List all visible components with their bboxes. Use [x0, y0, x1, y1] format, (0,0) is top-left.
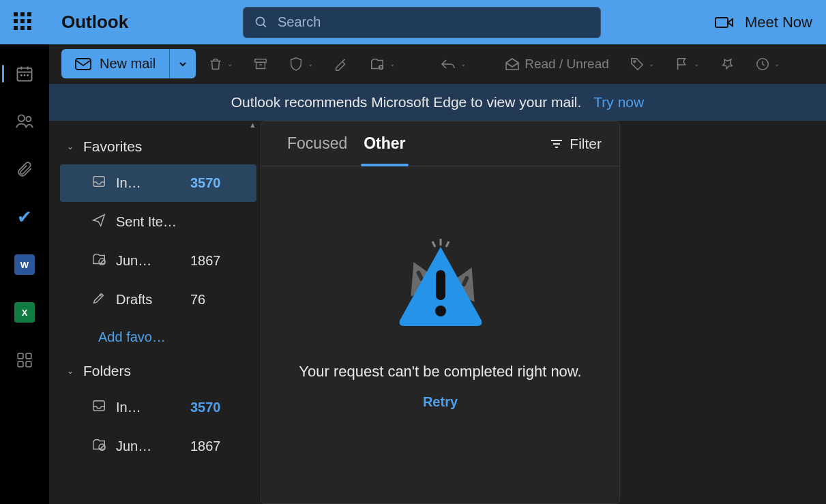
calendar-icon	[15, 64, 34, 83]
sweep-icon	[334, 57, 349, 72]
sweep-button[interactable]	[325, 51, 357, 77]
favorites-label: Favorites	[83, 138, 142, 155]
filter-label: Filter	[570, 136, 602, 152]
rail-mail[interactable]	[13, 62, 36, 85]
folder-count: 3570	[190, 175, 221, 191]
rail-files[interactable]	[13, 158, 36, 181]
rail-excel[interactable]: X	[13, 301, 36, 324]
app-launcher-icon[interactable]	[14, 12, 34, 33]
folder-name: In…	[116, 175, 181, 191]
folder-pane: ▲ ⌄ Favorites In… 3570 Sent Ite… Jun… 18…	[49, 121, 261, 504]
report-button[interactable]: ⌄	[280, 51, 321, 77]
folder-item-sent[interactable]: Sent Ite…	[60, 203, 256, 241]
trash-icon	[208, 57, 223, 72]
envelope-icon	[75, 58, 91, 70]
move-button[interactable]: ⌄	[361, 51, 403, 77]
folder-item-inbox[interactable]: In… 3570	[60, 164, 256, 202]
shield-icon	[289, 57, 304, 72]
folder-name: Jun…	[116, 253, 181, 269]
delete-button[interactable]: ⌄	[200, 51, 241, 77]
rail-word[interactable]: W	[13, 253, 36, 276]
folder-item-junk[interactable]: Jun… 1867	[60, 242, 256, 280]
retry-link[interactable]: Retry	[423, 394, 458, 410]
rail-more-apps[interactable]	[13, 349, 36, 372]
warning-illustration	[379, 233, 502, 342]
add-favorite-link[interactable]: Add favo…	[60, 320, 261, 355]
folder-name: In…	[116, 400, 181, 415]
svg-point-38	[435, 306, 446, 316]
search-icon	[254, 15, 268, 30]
svg-line-1	[263, 24, 265, 27]
folder-count: 1867	[190, 439, 221, 454]
svg-rect-15	[26, 361, 31, 367]
svg-rect-24	[93, 401, 105, 411]
svg-rect-14	[18, 361, 23, 367]
folders-section-header[interactable]: ⌄ Folders	[60, 355, 261, 387]
error-message: Your request can't be completed right no…	[299, 363, 581, 381]
filter-button[interactable]: Filter	[550, 136, 602, 152]
svg-point-0	[256, 17, 264, 25]
drafts-icon	[91, 291, 106, 309]
svg-point-7	[21, 75, 22, 76]
chevron-down-icon: ⌄	[67, 142, 74, 151]
snooze-button[interactable]: ⌄	[747, 51, 788, 77]
new-mail-dropdown[interactable]	[169, 49, 196, 78]
rail-todo[interactable]: ✔	[13, 205, 36, 228]
search-input[interactable]	[278, 14, 589, 30]
tag-button[interactable]: ⌄	[621, 51, 662, 77]
video-icon	[715, 16, 734, 29]
clock-icon	[755, 57, 770, 72]
reply-all-button[interactable]: ⌄	[432, 52, 474, 76]
envelope-open-icon	[504, 57, 520, 71]
folder-name: Drafts	[116, 292, 181, 308]
tag-icon	[630, 57, 645, 72]
command-toolbar: New mail ⌄ ⌄ ⌄ ⌄	[49, 44, 826, 84]
svg-rect-16	[76, 59, 91, 70]
app-title: Outlook	[61, 12, 128, 33]
folder-count: 76	[190, 292, 205, 308]
check-icon: ✔	[17, 207, 32, 228]
svg-point-8	[24, 75, 25, 76]
svg-rect-21	[93, 177, 105, 187]
meet-now-label: Meet Now	[745, 14, 812, 31]
svg-line-35	[432, 241, 435, 247]
chevron-down-icon	[178, 59, 188, 69]
left-rail: ✔ W X	[0, 44, 49, 504]
svg-rect-2	[716, 18, 728, 27]
folder-count: 1867	[190, 253, 221, 269]
pin-button[interactable]	[711, 51, 743, 77]
meet-now-button[interactable]: Meet Now	[715, 14, 812, 31]
search-box[interactable]	[243, 7, 601, 38]
svg-line-26	[100, 445, 104, 449]
folder-count: 3570	[190, 400, 221, 415]
folder-name: Sent Ite…	[116, 214, 181, 230]
svg-point-11	[26, 117, 31, 121]
folder-item-drafts[interactable]: Drafts 76	[60, 281, 256, 318]
reply-icon	[440, 57, 456, 71]
svg-point-10	[18, 115, 25, 121]
collapse-pane-caret[interactable]: ▲	[249, 121, 256, 129]
filter-icon	[550, 139, 563, 149]
folder-item-inbox[interactable]: In… 3570	[60, 389, 256, 426]
folder-item-junk[interactable]: Jun… 1867	[60, 428, 256, 465]
svg-rect-37	[436, 270, 445, 300]
favorites-section-header[interactable]: ⌄ Favorites	[60, 130, 261, 163]
message-list-pane: Focused Other Filter	[261, 121, 620, 504]
tab-focused[interactable]: Focused	[279, 121, 355, 166]
tab-other[interactable]: Other	[355, 121, 413, 166]
rail-people[interactable]	[13, 110, 36, 133]
banner-try-now-link[interactable]: Try now	[593, 94, 644, 110]
chevron-down-icon: ⌄	[67, 366, 74, 376]
flag-button[interactable]: ⌄	[666, 51, 707, 77]
flag-icon	[675, 57, 690, 72]
svg-rect-13	[26, 353, 31, 359]
banner-text: Outlook recommends Microsoft Edge to vie…	[231, 94, 582, 110]
inbox-icon	[91, 174, 106, 192]
read-unread-button[interactable]: Read / Unread	[496, 51, 617, 77]
junk-icon	[91, 437, 106, 456]
pin-icon	[720, 57, 735, 72]
archive-button[interactable]	[245, 51, 276, 77]
new-mail-button[interactable]: New mail	[61, 49, 169, 78]
read-unread-label: Read / Unread	[525, 57, 609, 72]
new-mail-label: New mail	[100, 56, 156, 72]
